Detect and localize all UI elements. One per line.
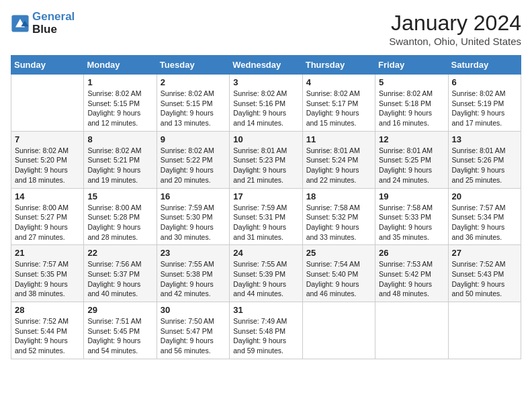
logo-line2: Blue — [32, 23, 57, 36]
calendar-header: SundayMondayTuesdayWednesdayThursdayFrid… — [11, 56, 521, 75]
calendar-body: 1Sunrise: 8:02 AM Sunset: 5:15 PM Daylig… — [11, 75, 521, 359]
day-number: 24 — [233, 248, 298, 258]
day-number: 14 — [15, 191, 80, 201]
day-number: 10 — [233, 134, 298, 144]
day-number: 28 — [15, 305, 80, 315]
day-info: Sunrise: 7:49 AM Sunset: 5:48 PM Dayligh… — [233, 316, 298, 356]
day-info: Sunrise: 7:54 AM Sunset: 5:40 PM Dayligh… — [306, 259, 371, 299]
calendar-cell: 5Sunrise: 8:02 AM Sunset: 5:18 PM Daylig… — [375, 75, 448, 132]
header-cell-monday: Monday — [84, 56, 157, 75]
day-info: Sunrise: 7:57 AM Sunset: 5:34 PM Dayligh… — [452, 203, 517, 242]
logo: General Blue — [11, 11, 75, 36]
day-info: Sunrise: 8:01 AM Sunset: 5:24 PM Dayligh… — [306, 146, 371, 185]
day-number: 4 — [306, 77, 371, 87]
day-number: 31 — [233, 305, 298, 315]
calendar-cell: 30Sunrise: 7:50 AM Sunset: 5:47 PM Dayli… — [157, 302, 229, 359]
title-area: January 2024 Swanton, Ohio, United State… — [389, 11, 521, 47]
day-info: Sunrise: 7:51 AM Sunset: 5:45 PM Dayligh… — [87, 316, 152, 356]
day-number: 26 — [379, 248, 444, 258]
calendar-cell: 3Sunrise: 8:02 AM Sunset: 5:16 PM Daylig… — [230, 75, 302, 132]
day-number: 18 — [306, 191, 371, 201]
day-number: 6 — [452, 77, 517, 87]
calendar-cell: 27Sunrise: 7:52 AM Sunset: 5:43 PM Dayli… — [448, 245, 521, 302]
calendar-cell: 26Sunrise: 7:53 AM Sunset: 5:42 PM Dayli… — [375, 245, 448, 302]
day-number: 7 — [15, 134, 80, 144]
day-info: Sunrise: 7:58 AM Sunset: 5:33 PM Dayligh… — [379, 203, 444, 242]
calendar-cell: 10Sunrise: 8:01 AM Sunset: 5:23 PM Dayli… — [230, 131, 302, 188]
day-number: 20 — [452, 191, 517, 201]
day-number: 30 — [161, 305, 226, 315]
calendar-table: SundayMondayTuesdayWednesdayThursdayFrid… — [11, 55, 521, 359]
week-row-3: 14Sunrise: 8:00 AM Sunset: 5:27 PM Dayli… — [11, 188, 521, 245]
day-number: 2 — [161, 77, 226, 87]
calendar-cell: 19Sunrise: 7:58 AM Sunset: 5:33 PM Dayli… — [375, 188, 448, 245]
header-cell-tuesday: Tuesday — [157, 56, 229, 75]
day-number: 3 — [233, 77, 298, 87]
calendar-cell: 15Sunrise: 8:00 AM Sunset: 5:28 PM Dayli… — [84, 188, 157, 245]
header-cell-friday: Friday — [375, 56, 448, 75]
calendar-cell — [302, 302, 375, 359]
calendar-cell: 6Sunrise: 8:02 AM Sunset: 5:19 PM Daylig… — [448, 75, 521, 132]
day-info: Sunrise: 8:02 AM Sunset: 5:19 PM Dayligh… — [452, 89, 517, 128]
logo-line1: General — [32, 10, 75, 23]
day-number: 13 — [452, 134, 517, 144]
calendar-cell — [375, 302, 448, 359]
location-title: Swanton, Ohio, United States — [389, 36, 521, 47]
calendar-cell: 9Sunrise: 8:02 AM Sunset: 5:22 PM Daylig… — [157, 131, 229, 188]
calendar-cell: 12Sunrise: 8:01 AM Sunset: 5:25 PM Dayli… — [375, 131, 448, 188]
day-number: 25 — [306, 248, 371, 258]
calendar-cell: 7Sunrise: 8:02 AM Sunset: 5:20 PM Daylig… — [11, 131, 84, 188]
day-info: Sunrise: 7:53 AM Sunset: 5:42 PM Dayligh… — [379, 259, 444, 299]
calendar-cell: 18Sunrise: 7:58 AM Sunset: 5:32 PM Dayli… — [302, 188, 375, 245]
day-info: Sunrise: 8:01 AM Sunset: 5:23 PM Dayligh… — [233, 146, 298, 185]
header-cell-wednesday: Wednesday — [230, 56, 302, 75]
week-row-4: 21Sunrise: 7:57 AM Sunset: 5:35 PM Dayli… — [11, 245, 521, 302]
day-number: 1 — [87, 77, 152, 87]
day-number: 15 — [87, 191, 152, 201]
day-number: 21 — [15, 248, 80, 258]
day-number: 27 — [452, 248, 517, 258]
calendar-cell: 20Sunrise: 7:57 AM Sunset: 5:34 PM Dayli… — [448, 188, 521, 245]
day-number: 29 — [87, 305, 152, 315]
day-number: 17 — [233, 191, 298, 201]
day-info: Sunrise: 8:01 AM Sunset: 5:25 PM Dayligh… — [379, 146, 444, 185]
calendar-cell: 31Sunrise: 7:49 AM Sunset: 5:48 PM Dayli… — [230, 302, 302, 359]
day-info: Sunrise: 7:59 AM Sunset: 5:31 PM Dayligh… — [233, 203, 298, 242]
calendar-cell: 14Sunrise: 8:00 AM Sunset: 5:27 PM Dayli… — [11, 188, 84, 245]
week-row-5: 28Sunrise: 7:52 AM Sunset: 5:44 PM Dayli… — [11, 302, 521, 359]
calendar-cell: 4Sunrise: 8:02 AM Sunset: 5:17 PM Daylig… — [302, 75, 375, 132]
calendar-cell: 17Sunrise: 7:59 AM Sunset: 5:31 PM Dayli… — [230, 188, 302, 245]
page-header: General Blue January 2024 Swanton, Ohio,… — [11, 11, 521, 47]
day-info: Sunrise: 8:02 AM Sunset: 5:20 PM Dayligh… — [15, 146, 80, 185]
day-number: 12 — [379, 134, 444, 144]
day-number: 19 — [379, 191, 444, 201]
day-info: Sunrise: 7:55 AM Sunset: 5:38 PM Dayligh… — [161, 259, 226, 299]
calendar-cell — [448, 302, 521, 359]
calendar-cell: 28Sunrise: 7:52 AM Sunset: 5:44 PM Dayli… — [11, 302, 84, 359]
calendar-cell: 13Sunrise: 8:01 AM Sunset: 5:26 PM Dayli… — [448, 131, 521, 188]
day-info: Sunrise: 7:56 AM Sunset: 5:37 PM Dayligh… — [87, 259, 152, 299]
week-row-1: 1Sunrise: 8:02 AM Sunset: 5:15 PM Daylig… — [11, 75, 521, 132]
day-number: 5 — [379, 77, 444, 87]
calendar-cell: 24Sunrise: 7:55 AM Sunset: 5:39 PM Dayli… — [230, 245, 302, 302]
calendar-cell: 1Sunrise: 8:02 AM Sunset: 5:15 PM Daylig… — [84, 75, 157, 132]
day-info: Sunrise: 8:02 AM Sunset: 5:16 PM Dayligh… — [233, 89, 298, 128]
day-info: Sunrise: 7:52 AM Sunset: 5:43 PM Dayligh… — [452, 259, 517, 299]
day-info: Sunrise: 8:02 AM Sunset: 5:15 PM Dayligh… — [161, 89, 226, 128]
day-info: Sunrise: 8:02 AM Sunset: 5:21 PM Dayligh… — [87, 146, 152, 185]
day-info: Sunrise: 7:57 AM Sunset: 5:35 PM Dayligh… — [15, 259, 80, 299]
logo-icon — [11, 14, 30, 33]
header-cell-saturday: Saturday — [448, 56, 521, 75]
month-title: January 2024 — [389, 11, 521, 36]
day-info: Sunrise: 8:00 AM Sunset: 5:28 PM Dayligh… — [87, 203, 152, 242]
header-cell-thursday: Thursday — [302, 56, 375, 75]
calendar-cell: 11Sunrise: 8:01 AM Sunset: 5:24 PM Dayli… — [302, 131, 375, 188]
day-info: Sunrise: 7:59 AM Sunset: 5:30 PM Dayligh… — [161, 203, 226, 242]
day-info: Sunrise: 8:02 AM Sunset: 5:17 PM Dayligh… — [306, 89, 371, 128]
day-info: Sunrise: 7:58 AM Sunset: 5:32 PM Dayligh… — [306, 203, 371, 242]
day-number: 9 — [161, 134, 226, 144]
calendar-cell: 21Sunrise: 7:57 AM Sunset: 5:35 PM Dayli… — [11, 245, 84, 302]
day-info: Sunrise: 8:01 AM Sunset: 5:26 PM Dayligh… — [452, 146, 517, 185]
day-info: Sunrise: 8:02 AM Sunset: 5:22 PM Dayligh… — [161, 146, 226, 185]
day-number: 16 — [161, 191, 226, 201]
